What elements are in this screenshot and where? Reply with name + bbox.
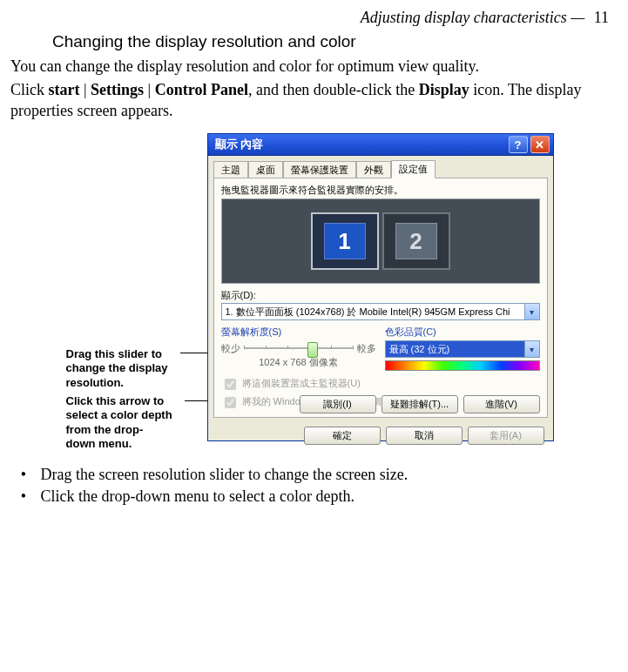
kw-start: start (49, 81, 80, 98)
resolution-value: 1024 x 768 個像素 (221, 356, 376, 369)
document-page: Adjusting display characteristics — 11 C… (0, 0, 628, 535)
display-properties-dialog: 顯示 內容 ? ✕ 主題 桌面 螢幕保護裝置 外觀 設定值 拖曳監視器圖示來符合… (207, 133, 554, 441)
callout-line: select a color depth (66, 408, 172, 421)
display-select-value: 1. 數位平面面板 (1024x768) 於 Mobile Intel(R) 9… (222, 306, 524, 319)
callout-line: from the drop- (66, 423, 144, 436)
intro-paragraph: You can change the display resolution an… (10, 57, 609, 77)
figure-area: Drag this slider to change the display r… (14, 133, 606, 447)
monitor-index: 2 (395, 223, 437, 259)
checkbox-input (225, 379, 236, 390)
resolution-slider[interactable] (244, 340, 354, 356)
monitor-1[interactable]: 1 (311, 212, 379, 270)
text: , and then double-click the (248, 81, 419, 98)
tab-appearance[interactable]: 外觀 (356, 161, 391, 178)
callout-slider: Drag this slider to change the display r… (66, 347, 206, 390)
resolution-label: 螢幕解析度(S) (221, 326, 282, 337)
close-button[interactable]: ✕ (530, 136, 550, 153)
help-button[interactable]: ? (509, 136, 528, 153)
tabstrip: 主題 桌面 螢幕保護裝置 外觀 設定值 (208, 156, 553, 178)
resolution-color-row: 螢幕解析度(S) 較少 較多 1024 x 768 個像素 (221, 326, 540, 371)
slider-thumb-icon[interactable] (307, 342, 318, 358)
advanced-button[interactable]: 進階(V) (463, 395, 540, 413)
sep: | (79, 81, 91, 98)
checkbox-input (225, 397, 236, 408)
sep: | (144, 81, 155, 98)
callout-line: Drag this slider to (66, 347, 163, 360)
titlebar[interactable]: 顯示 內容 ? ✕ (208, 134, 553, 156)
callout-line: resolution. (66, 376, 124, 389)
list-item: • Click the drop-down menu to select a c… (10, 487, 609, 506)
label-text: 顯示(D): (221, 290, 256, 300)
color-quality-value: 最高 (32 位元) (386, 343, 524, 356)
callout-line: change the display (66, 361, 168, 374)
monitor-arrange-area[interactable]: 1 2 (221, 198, 540, 284)
running-header-text: Adjusting display characteristics — (361, 9, 584, 26)
list-item: • Drag the screen resolution slider to c… (10, 466, 609, 484)
tab-desktop[interactable]: 桌面 (248, 161, 283, 178)
color-quality-select[interactable]: 最高 (32 位元) ▾ (385, 340, 540, 358)
chevron-down-icon[interactable]: ▾ (524, 341, 539, 357)
tab-theme[interactable]: 主題 (213, 161, 248, 178)
bullet-text: Click the drop-down menu to select a col… (41, 487, 355, 505)
section-title: Changing the display resolution and colo… (52, 32, 609, 51)
text: Click (10, 81, 49, 98)
running-header: Adjusting display characteristics — 11 (10, 9, 609, 27)
slider-more-label: 較多 (357, 342, 376, 355)
slider-less-label: 較少 (221, 342, 240, 355)
color-quality-group: 色彩品質(C) 最高 (32 位元) ▾ (385, 326, 540, 371)
page-number: 11 (594, 9, 609, 26)
callout-line: down menu. (66, 437, 132, 450)
primary-monitor-checkbox: 將這個裝置當成主監視器(U) (221, 376, 540, 393)
titlebar-controls: ? ✕ (509, 136, 550, 153)
tab-panel-settings: 拖曳監視器圖示來符合監視器實際的安排。 1 2 顯示(D): 1. 數位平面面板… (213, 178, 548, 418)
apply-button[interactable]: 套用(A) (468, 427, 544, 445)
resolution-group: 螢幕解析度(S) 較少 較多 1024 x 768 個像素 (221, 326, 376, 371)
resolution-slider-row: 較少 較多 (221, 340, 376, 356)
tab-screensaver[interactable]: 螢幕保護裝置 (283, 161, 356, 178)
tab-settings[interactable]: 設定值 (391, 160, 436, 178)
cancel-button[interactable]: 取消 (386, 427, 463, 445)
monitor-index: 1 (324, 223, 366, 259)
bullet-icon: • (10, 487, 37, 506)
bullet-list: • Drag the screen resolution slider to c… (10, 466, 609, 506)
bullet-icon: • (10, 466, 37, 484)
display-label: 顯示(D): (221, 289, 540, 302)
callout-dropdown: Click this arrow to select a color depth… (66, 394, 206, 451)
bullet-text: Drag the screen resolution slider to cha… (41, 466, 409, 483)
kw-settings: Settings (91, 81, 144, 98)
dialog-footer-buttons: 確定 取消 套用(A) (208, 423, 553, 450)
window-title: 顯示 內容 (212, 137, 264, 152)
ok-button[interactable]: 確定 (304, 427, 381, 445)
chevron-down-icon[interactable]: ▾ (524, 304, 539, 319)
color-spectrum-preview (385, 360, 540, 371)
kw-display: Display (419, 81, 469, 98)
kw-control-panel: Control Panel (155, 81, 248, 98)
color-quality-label: 色彩品質(C) (385, 326, 436, 337)
display-select[interactable]: 1. 數位平面面板 (1024x768) 於 Mobile Intel(R) 9… (221, 303, 540, 320)
monitor-2[interactable]: 2 (382, 212, 450, 270)
arrange-instruction: 拖曳監視器圖示來符合監視器實際的安排。 (221, 184, 540, 197)
callout-line: Click this arrow to (66, 394, 165, 407)
identify-button[interactable]: 識別(I) (300, 395, 376, 413)
troubleshoot-button[interactable]: 疑難排解(T)... (382, 395, 458, 413)
panel-button-row: 識別(I) 疑難排解(T)... 進階(V) (300, 395, 540, 413)
steps-paragraph: Click start | Settings | Control Panel, … (10, 80, 609, 121)
checkbox-label: 將這個裝置當成主監視器(U) (242, 379, 361, 389)
